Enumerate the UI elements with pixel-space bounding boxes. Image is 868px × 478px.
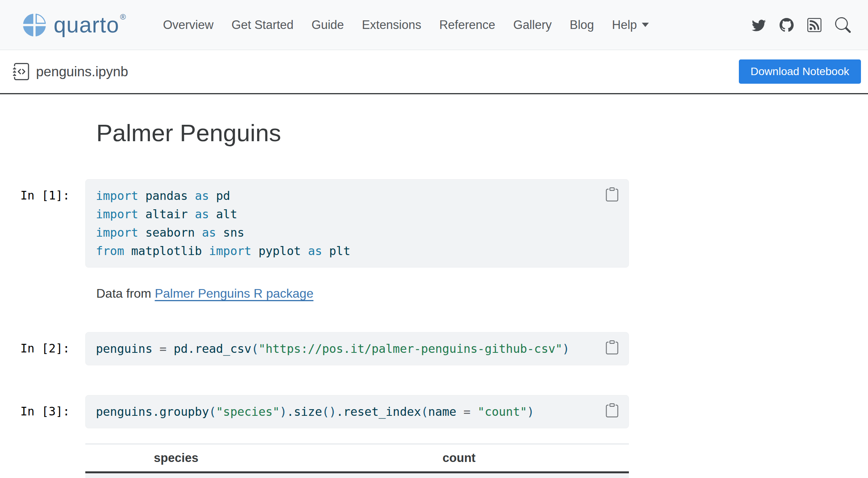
code-token: altair	[138, 207, 195, 221]
notebook-file: penguins.ipynb	[13, 63, 128, 80]
code-token: ()	[322, 405, 336, 419]
code-token: =	[463, 405, 470, 419]
code-token: seaborn	[138, 226, 202, 239]
code-cell: import pandas as pdimport altair as alti…	[85, 179, 629, 268]
code-token: groupby	[160, 405, 209, 419]
cell-input-label: In [1]:	[20, 189, 79, 202]
code-cell: penguins = pd.read_csv("https://pos.it/p…	[85, 332, 629, 365]
nav-item-label: Help	[612, 18, 637, 32]
nav-item-extensions[interactable]: Extensions	[353, 18, 430, 32]
table-header-species: species	[154, 451, 198, 465]
code-token: as	[202, 226, 216, 239]
table-header-count: count	[443, 451, 475, 465]
code-token: name	[428, 405, 463, 419]
brand-logo[interactable]: quarto ®	[22, 12, 126, 38]
clipboard-icon	[605, 187, 619, 202]
code-token: penguins	[96, 342, 160, 356]
brand-name: quarto	[54, 14, 119, 36]
copy-code-button[interactable]	[604, 186, 620, 204]
nav-item-overview[interactable]: Overview	[154, 18, 222, 32]
download-notebook-button[interactable]: Download Notebook	[739, 59, 861, 84]
twitter-icon[interactable]	[750, 16, 767, 34]
nav-item-reference[interactable]: Reference	[430, 18, 504, 32]
nav-item-label: Gallery	[513, 18, 552, 32]
code-token: (	[209, 405, 216, 419]
registered-mark: ®	[120, 13, 126, 22]
notebook-filename: penguins.ipynb	[36, 64, 128, 79]
journal-code-icon	[13, 63, 30, 80]
code-line: penguins = pd.read_csv("https://pos.it/p…	[96, 340, 618, 358]
code-token: import	[96, 226, 138, 239]
code-line: import altair as alt	[96, 205, 618, 223]
code-token: )	[280, 405, 287, 419]
code-token: import	[209, 244, 251, 258]
code-content: penguins = pd.read_csv("https://pos.it/p…	[96, 340, 618, 358]
nav-item-label: Extensions	[362, 18, 421, 32]
code-token: alt	[209, 207, 237, 221]
code-token: plt	[322, 244, 350, 258]
search-icon[interactable]	[834, 16, 852, 34]
code-token: .	[287, 405, 294, 419]
code-token: )	[527, 405, 534, 419]
code-token: (	[251, 342, 258, 356]
palmer-penguins-link[interactable]: Palmer Penguins R package	[155, 286, 313, 300]
nav-item-help[interactable]: Help	[603, 18, 658, 32]
rss-icon[interactable]	[806, 16, 823, 34]
code-token: "count"	[470, 405, 527, 419]
article: Palmer Penguins In [1]: import pandas as…	[0, 94, 868, 478]
github-icon[interactable]	[778, 16, 795, 34]
code-token: import	[96, 207, 138, 221]
code-content: penguins.groupby("species").size().reset…	[96, 403, 618, 421]
nav-icons	[750, 16, 852, 34]
code-token: (	[421, 405, 428, 419]
code-token: pd	[209, 189, 230, 203]
nav-menu: OverviewGet StartedGuideExtensionsRefere…	[154, 18, 657, 32]
code-line: import seaborn as sns	[96, 223, 618, 242]
code-token: pd.	[167, 342, 195, 356]
code-token: pandas	[138, 189, 195, 203]
notebook-bar: penguins.ipynb Download Notebook	[0, 50, 868, 94]
table-header-row: speciescount	[85, 444, 629, 473]
code-token: read_csv	[195, 342, 252, 356]
page-title: Palmer Penguins	[96, 119, 868, 146]
nav-item-get-started[interactable]: Get Started	[223, 18, 303, 32]
quarto-logo-icon	[22, 12, 47, 38]
nav-item-label: Reference	[439, 18, 495, 32]
code-token: "species"	[216, 405, 280, 419]
nav-item-label: Get Started	[232, 18, 294, 32]
nav-item-guide[interactable]: Guide	[303, 18, 353, 32]
code-token: reset_index	[343, 405, 421, 419]
nav-item-label: Guide	[312, 18, 344, 32]
code-token: matplotlib	[124, 244, 209, 258]
code-cell: penguins.groupby("species").size().reset…	[85, 395, 629, 428]
code-content: import pandas as pdimport altair as alti…	[96, 187, 618, 260]
clipboard-icon	[605, 340, 619, 355]
code-token: sns	[216, 226, 244, 239]
code-token: as	[195, 189, 209, 203]
code-line: import pandas as pd	[96, 187, 618, 205]
code-token: "https://pos.it/palmer-penguins-github-c…	[258, 342, 562, 356]
data-source-paragraph: Data from Palmer Penguins R package	[96, 286, 868, 301]
nav-item-gallery[interactable]: Gallery	[504, 18, 561, 32]
code-token: pyplot	[251, 244, 308, 258]
code-token: size	[294, 405, 322, 419]
table-row	[85, 473, 629, 478]
code-token: =	[160, 342, 167, 356]
code-token: as	[195, 207, 209, 221]
dataframe-table: speciescount	[85, 444, 629, 478]
paragraph-text: Data from	[96, 286, 155, 300]
nav-item-label: Blog	[570, 18, 594, 32]
cell-input-label: In [2]:	[20, 341, 79, 355]
nav-item-label: Overview	[163, 18, 213, 32]
cell-input-label: In [3]:	[20, 404, 79, 418]
code-token: penguins.	[96, 405, 160, 419]
code-token: .	[336, 405, 343, 419]
code-token: )	[562, 342, 569, 356]
code-line: from matplotlib import pyplot as plt	[96, 242, 618, 260]
copy-code-button[interactable]	[604, 339, 620, 357]
code-line: penguins.groupby("species").size().reset…	[96, 403, 618, 421]
copy-code-button[interactable]	[604, 402, 620, 420]
navbar: quarto ® OverviewGet StartedGuideExtensi…	[0, 0, 868, 50]
nav-item-blog[interactable]: Blog	[561, 18, 603, 32]
code-token: as	[308, 244, 322, 258]
